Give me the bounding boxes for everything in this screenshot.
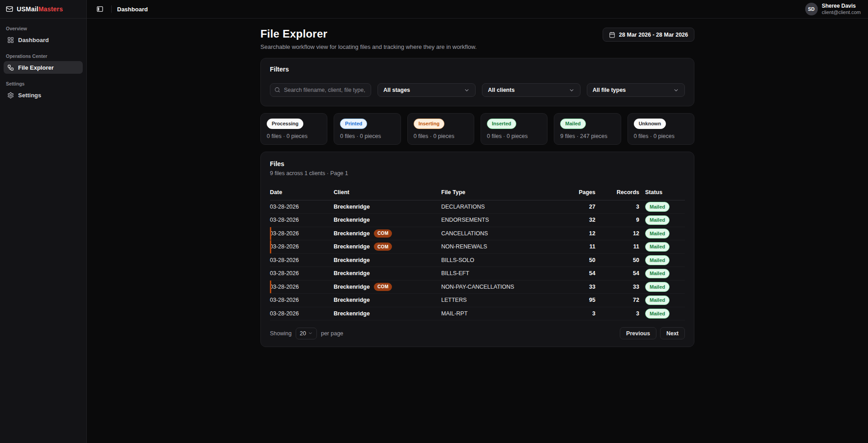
client-name: Breckenridge: [334, 204, 370, 210]
stage-badge: Mailed: [560, 119, 585, 129]
file-records: 33: [595, 284, 639, 290]
calendar-icon: [609, 32, 615, 38]
sidebar-toggle-button[interactable]: [94, 3, 106, 15]
file-type: LETTERS: [441, 297, 552, 303]
file-pages: 12: [552, 230, 595, 237]
date-range-button[interactable]: 28 Mar 2026 - 28 Mar 2026: [603, 28, 694, 42]
nav-section-label: Settings: [0, 81, 86, 89]
file-type: BILLS-SOLO: [441, 257, 552, 263]
topbar-title: Dashboard: [117, 6, 148, 13]
file-status: Mailed: [639, 295, 685, 305]
search-box: [270, 83, 371, 97]
table-row[interactable]: 03-28-2026 Breckenridge COM NON-PAY-CANC…: [270, 281, 685, 294]
user-name: Sheree Davis: [822, 3, 861, 10]
stage-summary: 9 files · 247 pieces: [560, 133, 614, 139]
table-row[interactable]: 03-28-2026 Breckenridge COM NON-RENEWALS…: [270, 240, 685, 254]
table-row[interactable]: 03-28-2026 Breckenridge DECLARATIONS 27 …: [270, 200, 685, 214]
table-row[interactable]: 03-28-2026 Breckenridge BILLS-EFT 54 54: [270, 267, 685, 281]
stage-summary: 0 files · 0 pieces: [414, 133, 468, 139]
stage-card[interactable]: Mailed 9 files · 247 pieces: [554, 113, 621, 145]
com-badge: COM: [374, 229, 392, 238]
table-row[interactable]: 03-28-2026 Breckenridge COM CANCELLATION…: [270, 227, 685, 241]
file-records: 11: [595, 243, 639, 250]
file-pages: 11: [552, 243, 595, 250]
files-card: Files 9 files across 1 clients · Page 1 …: [260, 152, 694, 348]
stage-card[interactable]: Inserted 0 files · 0 pieces: [481, 113, 547, 145]
brand-logo[interactable]: USMailMasters: [0, 0, 86, 19]
file-status: Mailed: [639, 202, 685, 212]
client-name: Breckenridge: [334, 284, 370, 290]
stage-summary: 0 files · 0 pieces: [340, 133, 394, 139]
filters-card: Filters All stages All clients: [260, 58, 694, 106]
file-date: 03-28-2026: [270, 310, 334, 317]
file-type: DECLARATIONS: [441, 204, 552, 210]
file-type: NON-PAY-CANCELLATIONS: [441, 284, 552, 290]
file-status: Mailed: [639, 282, 685, 292]
status-badge: Mailed: [645, 229, 670, 238]
column-header-file-type: File Type: [441, 189, 552, 195]
sidebar-item-dashboard[interactable]: Dashboard: [4, 33, 83, 46]
date-range-label: 28 Mar 2026 - 28 Mar 2026: [619, 32, 688, 38]
stage-card[interactable]: Inserting 0 files · 0 pieces: [407, 113, 474, 145]
stage-card[interactable]: Processing 0 files · 0 pieces: [260, 113, 327, 145]
search-input[interactable]: [270, 83, 371, 97]
file-client: Breckenridge: [334, 310, 441, 317]
file-client: Breckenridge: [334, 297, 441, 303]
file-status: Mailed: [639, 229, 685, 238]
user-meta: Sheree Davis client@client.com: [822, 3, 861, 16]
table-row[interactable]: 03-28-2026 Breckenridge LETTERS 95 72: [270, 294, 685, 307]
file-status: Mailed: [639, 255, 685, 265]
status-badge: Mailed: [645, 255, 670, 265]
status-badge: Mailed: [645, 215, 670, 225]
user-email: client@client.com: [822, 10, 861, 16]
file-type: ENDORSEMENTS: [441, 217, 552, 223]
per-page-label: per page: [321, 330, 343, 337]
sidebar-item-label: Settings: [18, 92, 41, 99]
file-client: Breckenridge COM: [334, 283, 441, 291]
stage-summary: 0 files · 0 pieces: [267, 133, 321, 139]
files-title: Files: [270, 160, 685, 167]
client-name: Breckenridge: [334, 270, 370, 276]
per-page-select[interactable]: 20: [296, 328, 317, 339]
table-row[interactable]: 03-28-2026 Breckenridge BILLS-SOLO 50 50: [270, 254, 685, 267]
file-type: BILLS-EFT: [441, 270, 552, 276]
sidebar-item-settings[interactable]: Settings: [4, 89, 83, 101]
content-scroll[interactable]: File Explorer Searchable workflow view f…: [87, 19, 868, 443]
stage-cards-row: Processing 0 files · 0 pieces Printed 0 …: [260, 113, 694, 145]
status-badge: Mailed: [645, 202, 670, 212]
status-badge: Mailed: [645, 242, 670, 252]
file-status: Mailed: [639, 242, 685, 252]
status-badge: Mailed: [645, 295, 670, 305]
user-menu[interactable]: SD Sheree Davis client@client.com: [805, 3, 861, 16]
nav-section-operations: Operations Center File Explorer: [0, 53, 86, 74]
filters-title: Filters: [270, 66, 685, 73]
page-header: File Explorer Searchable workflow view f…: [260, 28, 694, 50]
stages-select[interactable]: All stages: [377, 83, 476, 97]
file-type: CANCELLATIONS: [441, 230, 552, 237]
chevron-down-icon: [569, 87, 575, 93]
panel-left-icon: [96, 5, 104, 13]
clients-select[interactable]: All clients: [482, 83, 580, 97]
file-records: 9: [595, 217, 639, 223]
stage-badge: Unknown: [634, 119, 666, 129]
table-row[interactable]: 03-28-2026 Breckenridge ENDORSEMENTS 32 …: [270, 214, 685, 227]
file-status: Mailed: [639, 215, 685, 225]
stage-card[interactable]: Unknown 0 files · 0 pieces: [627, 113, 694, 145]
sidebar-item-file-explorer[interactable]: File Explorer: [4, 61, 83, 74]
stage-summary: 0 files · 0 pieces: [634, 133, 688, 139]
stage-card[interactable]: Printed 0 files · 0 pieces: [334, 113, 401, 145]
next-page-button[interactable]: Next: [660, 327, 685, 339]
nav-section-label: Overview: [0, 26, 86, 33]
avatar: SD: [805, 3, 818, 15]
previous-page-button[interactable]: Previous: [620, 327, 656, 339]
file-pages: 3: [552, 310, 595, 317]
column-header-pages: Pages: [552, 189, 595, 195]
client-name: Breckenridge: [334, 243, 370, 250]
file-types-select[interactable]: All file types: [587, 83, 685, 97]
status-badge: Mailed: [645, 282, 670, 292]
table-row[interactable]: 03-28-2026 Breckenridge MAIL-RPT 3 3: [270, 307, 685, 321]
file-date: 03-28-2026: [270, 297, 334, 303]
mail-icon: [6, 5, 13, 13]
table-header-row: Date Client File Type Pages Records Stat…: [270, 187, 685, 200]
file-records: 3: [595, 204, 639, 210]
